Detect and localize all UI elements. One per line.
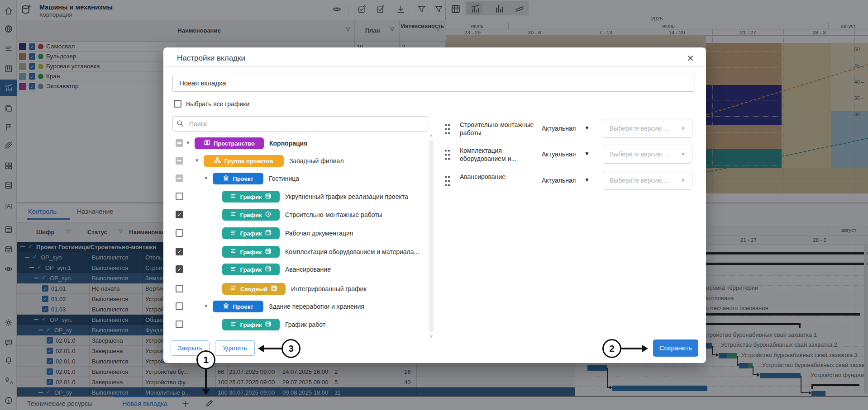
tree-item-label: График работ bbox=[285, 321, 325, 328]
calendar-icon bbox=[271, 285, 277, 293]
tree-item-label: Здание переработки и хранения bbox=[269, 303, 364, 310]
chevron-down-icon[interactable]: ▼ bbox=[584, 125, 590, 131]
drag-handle-icon[interactable] bbox=[444, 149, 450, 161]
calendar-icon bbox=[265, 320, 272, 329]
annotation-arrow-2-head bbox=[642, 345, 648, 352]
annotation-arrow-1-line bbox=[205, 369, 207, 389]
scroll-down-icon[interactable]: ▼ bbox=[429, 334, 434, 339]
schedule-name: Строительно-монтажные работы bbox=[460, 121, 536, 137]
lines-icon bbox=[230, 285, 237, 293]
annotation-circle-3: 3 bbox=[281, 339, 300, 358]
chevron-down-icon: ▼ bbox=[681, 151, 686, 157]
schedule-name: Авансирование bbox=[460, 173, 536, 181]
version-select[interactable]: Выберите версию ...▼ bbox=[603, 119, 692, 138]
badge-summary: Сводный bbox=[222, 283, 286, 295]
badge-label: Проект bbox=[233, 303, 253, 310]
chevron-down-icon: ▼ bbox=[681, 126, 686, 131]
version-type-dropdown[interactable]: Актуальная bbox=[542, 125, 576, 132]
annotation-arrow-2-line bbox=[621, 348, 642, 349]
application-window: [A]A Машины и механизмы Корпорация 5 / 5… bbox=[0, 0, 868, 410]
annotation-arrow-1-head bbox=[202, 389, 210, 395]
chevron-down-icon[interactable]: ▼ bbox=[584, 151, 590, 157]
version-type-dropdown[interactable]: Актуальная bbox=[542, 151, 576, 158]
annotation-circle-1: 1 bbox=[196, 350, 215, 369]
selected-schedules: Строительно-монтажные работыАктуальная▼В… bbox=[163, 47, 706, 273]
chevron-down-icon: ▼ bbox=[681, 178, 686, 183]
annotation-arrow-3-line bbox=[264, 348, 281, 349]
tree-row[interactable]: ГрафикГрафик работ bbox=[163, 318, 426, 331]
badge-label: Сводный bbox=[240, 286, 267, 292]
search-icon bbox=[176, 119, 184, 129]
selected-schedule-row: Комплектация оборудованием и...Актуальна… bbox=[163, 145, 706, 165]
version-select[interactable]: Выберите версию ...▼ bbox=[603, 171, 692, 190]
tree-row[interactable]: СводныйИнтегрированный график bbox=[163, 283, 426, 295]
badge-project: Проект bbox=[213, 301, 263, 312]
save-button[interactable]: Сохранить bbox=[653, 339, 698, 357]
version-placeholder: Выберите версию ... bbox=[610, 151, 669, 158]
tree-row[interactable]: ▾ПроектЗдание переработки и хранения bbox=[163, 300, 426, 313]
tree-checkbox[interactable] bbox=[176, 320, 183, 328]
chevron-down-icon[interactable]: ▼ bbox=[584, 177, 590, 183]
lines-icon bbox=[230, 320, 237, 329]
selected-schedule-row: АвансированиеАктуальная▼Выберите версию … bbox=[163, 171, 706, 192]
badge-schedule: График bbox=[222, 319, 280, 330]
annotation-arrow-3-head bbox=[258, 345, 264, 352]
version-placeholder: Выберите версию ... bbox=[610, 125, 669, 132]
tree-checkbox[interactable] bbox=[176, 302, 183, 310]
badge-label: График bbox=[240, 321, 262, 328]
drag-handle-icon[interactable] bbox=[444, 175, 450, 187]
drag-handle-icon[interactable] bbox=[444, 123, 450, 135]
delete-button[interactable]: Удалить bbox=[215, 340, 255, 356]
version-placeholder: Выберите версию ... bbox=[610, 177, 669, 184]
tree-checkbox[interactable] bbox=[176, 285, 183, 292]
version-select[interactable]: Выберите версию ...▼ bbox=[603, 145, 692, 164]
annotation-circle-2: 2 bbox=[602, 339, 621, 358]
version-type-dropdown[interactable]: Актуальная bbox=[542, 177, 576, 184]
bank-icon bbox=[223, 302, 229, 311]
tree-item-label: Интегрированный график bbox=[291, 285, 367, 292]
tab-settings-dialog: Настройки вкладки ✕ Выбрать все графики … bbox=[163, 47, 706, 363]
selected-schedule-row: Строительно-монтажные работыАктуальная▼В… bbox=[163, 119, 706, 140]
schedule-name: Комплектация оборудованием и... bbox=[460, 146, 536, 163]
caret-down-icon[interactable]: ▾ bbox=[205, 302, 208, 309]
